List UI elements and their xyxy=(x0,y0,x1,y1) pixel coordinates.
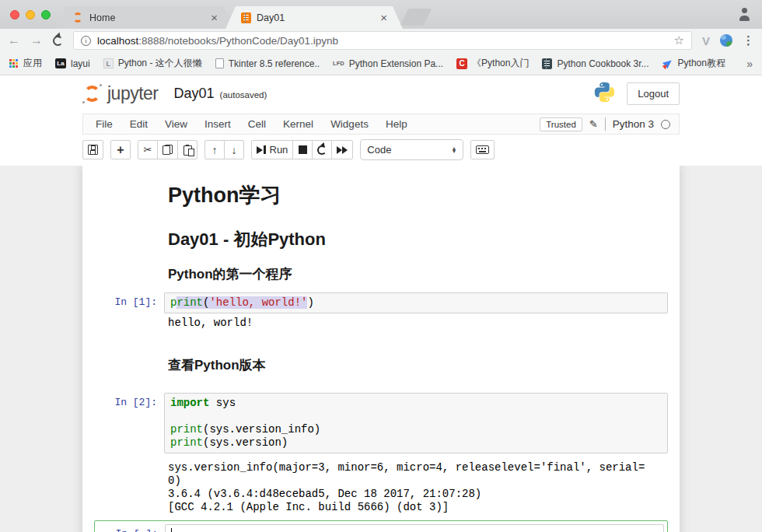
notebook-favicon-icon xyxy=(241,12,251,23)
markdown-cell-version[interactable]: 查看Python版本 xyxy=(94,356,668,374)
fast-forward-icon xyxy=(337,146,348,154)
bookmark-python-tutorial[interactable]: Python教程 xyxy=(662,57,725,70)
code-token: ) xyxy=(307,296,313,309)
copy-cell-button[interactable] xyxy=(157,140,178,159)
back-icon[interactable]: ← xyxy=(8,34,20,47)
page-info-icon[interactable]: i xyxy=(81,36,91,46)
arrow-down-icon: ↓ xyxy=(232,144,237,156)
heading-check-version: 查看Python版本 xyxy=(168,356,668,374)
logout-button[interactable]: Logout xyxy=(627,82,680,105)
profile-icon[interactable] xyxy=(738,8,751,21)
menu-insert[interactable]: Insert xyxy=(196,115,239,133)
menu-cell[interactable]: Cell xyxy=(239,115,274,133)
interrupt-kernel-button[interactable] xyxy=(292,140,313,159)
bookmark-star-icon[interactable]: ☆ xyxy=(674,33,684,47)
chrome-menu-icon[interactable]: ⋮ xyxy=(743,33,754,47)
extension-v-icon[interactable]: V xyxy=(702,34,710,47)
tab-home-close-icon[interactable]: × xyxy=(211,12,218,23)
bookmark-tkinter[interactable]: Tkinter 8.5 reference.. xyxy=(215,58,320,69)
bookmark-python-blog[interactable]: L Python - 这个人很懒 xyxy=(103,57,202,70)
paste-cell-button[interactable] xyxy=(177,140,197,159)
autosave-status: (autosaved) xyxy=(220,90,267,100)
tab-home-label: Home xyxy=(89,12,205,23)
code-token: import xyxy=(170,397,209,409)
heading-first-program: Python的第一个程序 xyxy=(168,265,668,283)
menu-kernel[interactable]: Kernel xyxy=(274,115,322,133)
extension-globe-icon[interactable] xyxy=(720,34,732,47)
cell-type-select[interactable]: Code ▲▼ xyxy=(360,139,463,160)
move-cell-down-button[interactable]: ↓ xyxy=(224,140,244,159)
bookmark-python-intro[interactable]: C 《Python入门 xyxy=(456,57,529,70)
output-prompt-spacer xyxy=(94,317,168,330)
minimize-window-button[interactable] xyxy=(26,10,35,19)
url-text: localhost:8888/notebooks/PythonCode/Day0… xyxy=(97,35,338,47)
trusted-button[interactable]: Trusted xyxy=(540,117,582,131)
zoom-window-button[interactable] xyxy=(41,10,51,19)
step-forward-icon xyxy=(257,145,266,154)
notebook-title[interactable]: Day01 xyxy=(174,86,215,102)
menu-view[interactable]: View xyxy=(156,115,196,133)
save-icon xyxy=(88,145,98,155)
code-input-area[interactable]: import sys print(sys.version_info)print(… xyxy=(164,393,668,453)
forward-icon[interactable]: → xyxy=(30,34,43,47)
menu-widgets[interactable]: Widgets xyxy=(322,115,377,133)
bookmark-label: Python Cookbook 3r... xyxy=(557,58,648,69)
bookmark-apps[interactable]: 应用 xyxy=(9,57,42,70)
code-token: (sys.version_info) xyxy=(203,423,320,436)
address-input[interactable]: i localhost:8888/notebooks/PythonCode/Da… xyxy=(73,31,692,50)
bookmark-label: Tkinter 8.5 reference.. xyxy=(229,58,320,69)
bookmark-python-extension[interactable]: LFD Python Extension Pa... xyxy=(333,58,443,69)
rocket-icon xyxy=(662,58,673,69)
markdown-cell-title[interactable]: Python学习 Day01 - 初始Python Python的第一个程序 xyxy=(94,181,668,283)
restart-kernel-button[interactable] xyxy=(312,140,332,159)
restart-run-all-button[interactable] xyxy=(331,140,353,159)
heading-day01: Day01 - 初始Python xyxy=(168,228,668,251)
menu-file[interactable]: File xyxy=(87,115,121,133)
input-prompt: In [ ]: xyxy=(98,524,165,532)
bookmark-layui[interactable]: La layui xyxy=(55,58,90,69)
tab-day01-label: Day01 xyxy=(257,12,375,23)
cut-cell-button[interactable]: ✂ xyxy=(138,140,158,159)
jupyter-logo-icon[interactable] xyxy=(82,85,102,103)
command-palette-button[interactable] xyxy=(470,140,495,159)
tab-home[interactable]: Home × xyxy=(56,6,233,29)
move-cell-up-button[interactable]: ↑ xyxy=(204,140,225,159)
menu-help[interactable]: Help xyxy=(377,115,416,133)
arrow-up-icon: ↑ xyxy=(212,144,218,156)
save-button[interactable] xyxy=(82,140,103,159)
output-text: sys.version_info(major=3, minor=6, micro… xyxy=(168,461,650,488)
bookmark-label: 应用 xyxy=(23,57,42,70)
run-cell-button[interactable]: Run xyxy=(251,140,293,159)
heading-python-study: Python学习 xyxy=(168,181,668,209)
add-cell-button[interactable]: + xyxy=(110,140,131,159)
bookmark-cookbook[interactable]: Python Cookbook 3r... xyxy=(542,58,648,69)
new-tab-button[interactable] xyxy=(400,9,432,26)
jupyter-brand[interactable]: jupyter xyxy=(107,83,159,104)
run-label: Run xyxy=(270,144,288,156)
letter-c-icon: C xyxy=(456,58,467,69)
input-prompt: In [1]: xyxy=(94,292,164,313)
bookmark-label: Python教程 xyxy=(678,57,725,70)
bookmarks-overflow-icon[interactable]: » xyxy=(746,58,753,70)
code-input-area[interactable]: print('hello, world!') xyxy=(164,292,668,313)
tab-bar: Home × Day01 × xyxy=(0,0,762,29)
browser-window: Home × Day01 × ← → i localhost:8888/note… xyxy=(0,0,762,532)
code-cell-2[interactable]: In [2]: import sys print(sys.version_inf… xyxy=(94,393,668,453)
code-input-area-editing[interactable] xyxy=(165,524,664,532)
code-token: print xyxy=(170,423,203,436)
close-window-button[interactable] xyxy=(10,10,19,19)
bookmark-label: layui xyxy=(71,58,90,69)
reload-icon[interactable] xyxy=(53,36,63,46)
tab-day01-close-icon[interactable]: × xyxy=(380,12,387,23)
code-cell-3-selected[interactable]: In [ ]: xyxy=(94,520,668,532)
kernel-name: Python 3 xyxy=(613,118,654,130)
code-cell-1[interactable]: In [1]: print('hello, world!') xyxy=(94,292,668,313)
edit-mode-pencil-icon: ✎ xyxy=(589,118,598,130)
notebook-scroll-area[interactable]: Python学习 Day01 - 初始Python Python的第一个程序 I… xyxy=(0,166,762,532)
restart-icon xyxy=(317,145,327,155)
menubar: File Edit View Insert Cell Kernel Widget… xyxy=(0,111,762,135)
output-text: hello, world! xyxy=(168,317,650,330)
tab-day01[interactable]: Day01 × xyxy=(225,6,403,29)
python-logo-icon xyxy=(593,81,616,107)
menu-edit[interactable]: Edit xyxy=(121,115,156,133)
